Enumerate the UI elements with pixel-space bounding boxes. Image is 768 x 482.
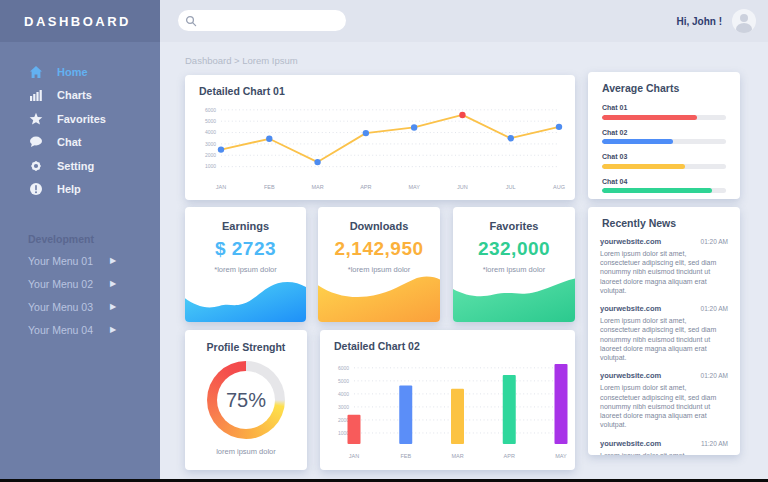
progress-row: Chat 03 — [602, 153, 726, 169]
card-title: Profile Strenght — [185, 341, 307, 353]
recently-news-card: Recently News yourwebsite.com01:20 AMLor… — [588, 207, 740, 455]
progress-track — [602, 139, 726, 144]
sidebar-item-your-menu-01[interactable]: Your Menu 01 ▶ — [0, 249, 160, 272]
news-item[interactable]: yourwebsite.com11:20 AMLorem ipsum dolor… — [600, 439, 728, 455]
profile-note: lorem ipsum dolor — [185, 447, 307, 456]
svg-text:MAY: MAY — [408, 184, 420, 190]
svg-text:5000: 5000 — [205, 118, 216, 124]
search-icon — [185, 15, 197, 27]
stat-value: 2,142,950 — [318, 238, 440, 260]
progress-row: Chat 02 — [602, 129, 726, 145]
svg-text:MAR: MAR — [451, 453, 463, 459]
progress-bar-list: Chat 01Chat 02Chat 03Chat 04 — [588, 94, 740, 193]
chevron-right-icon: ▶ — [110, 279, 116, 288]
home-icon — [28, 64, 44, 80]
news-item[interactable]: yourwebsite.com01:20 AMLorem ipsum dolor… — [600, 237, 728, 295]
dashboard-app: DASHBOARD Home Charts Favorites — [0, 0, 768, 482]
sidebar: DASHBOARD Home Charts Favorites — [0, 0, 160, 479]
svg-text:AUG: AUG — [553, 184, 565, 190]
card-title: Recently News — [588, 207, 740, 229]
sidebar-header: DASHBOARD — [0, 0, 160, 42]
news-source: yourwebsite.com — [600, 371, 661, 380]
downloads-card: Downloads 2,142,950 *lorem ipsum dolor — [318, 207, 440, 322]
progress-fill — [602, 115, 697, 120]
line-chart: 100020003000400050006000JANFEBMARAPRMAYJ… — [185, 97, 575, 194]
svg-text:JUL: JUL — [506, 184, 516, 190]
progress-track — [602, 188, 726, 193]
news-source: yourwebsite.com — [600, 237, 661, 246]
progress-row: Chat 01 — [602, 104, 726, 120]
svg-text:FEB: FEB — [264, 184, 275, 190]
card-title: Detailed Chart 01 — [185, 75, 575, 97]
percent-value: 75% — [226, 389, 266, 412]
gear-icon — [28, 158, 44, 174]
sidebar-item-your-menu-04[interactable]: Your Menu 04 ▶ — [0, 318, 160, 341]
star-icon — [28, 111, 44, 127]
average-charts-card: Average Charts Chat 01Chat 02Chat 03Chat… — [588, 72, 740, 199]
sidebar-item-help[interactable]: Help — [0, 178, 160, 202]
menu-label: Your Menu 04 — [28, 324, 110, 336]
search-bar[interactable] — [178, 10, 346, 31]
sidebar-item-favorites[interactable]: Favorites — [0, 107, 160, 131]
svg-text:APR: APR — [504, 453, 515, 459]
svg-text:APR: APR — [360, 184, 371, 190]
favorites-card: Favorites 232,000 *lorem ipsum dolor — [453, 207, 575, 322]
topbar: Hi, John ! — [160, 0, 768, 42]
detailed-chart-02-card: Detailed Chart 02 1000200030004000500060… — [320, 330, 575, 470]
sidebar-item-your-menu-03[interactable]: Your Menu 03 ▶ — [0, 295, 160, 318]
progress-label: Chat 02 — [602, 129, 726, 136]
breadcrumb: Dashboard > Lorem Ipsum — [185, 55, 298, 66]
news-body: Lorem ipsum dolor sit amet, consectetuer… — [600, 249, 728, 295]
donut-chart: 75% — [207, 361, 285, 439]
stat-title: Earnings — [185, 220, 306, 232]
chat-icon — [28, 134, 44, 150]
progress-track — [602, 115, 726, 120]
sidebar-item-label: Setting — [57, 160, 94, 172]
progress-fill — [602, 164, 685, 169]
sidebar-item-charts[interactable]: Charts — [0, 84, 160, 108]
news-item[interactable]: yourwebsite.com01:20 AMLorem ipsum dolor… — [600, 371, 728, 429]
main-content: Dashboard > Lorem Ipsum Detailed Chart 0… — [160, 42, 768, 479]
sidebar-item-setting[interactable]: Setting — [0, 154, 160, 178]
profile-strength-card: Profile Strenght 75% lorem ipsum dolor — [185, 330, 307, 470]
progress-fill — [602, 188, 712, 193]
news-time: 11:20 AM — [701, 440, 728, 447]
svg-text:4000: 4000 — [205, 129, 216, 135]
user-area[interactable]: Hi, John ! — [676, 0, 756, 42]
sidebar-section-development: Development — [28, 233, 160, 245]
help-icon — [28, 181, 44, 197]
news-body: Lorem ipsum dolor sit amet, consectetuer… — [600, 316, 728, 362]
news-time: 01:20 AM — [701, 372, 728, 379]
area-sparkline — [318, 270, 440, 322]
news-body: Lorem ipsum dolor sit amet, consectetuer… — [600, 383, 728, 429]
progress-row: Chat 04 — [602, 178, 726, 194]
svg-text:6000: 6000 — [338, 365, 349, 371]
sidebar-item-label: Help — [57, 183, 81, 195]
news-source: yourwebsite.com — [600, 439, 661, 448]
svg-text:4000: 4000 — [338, 391, 349, 397]
stat-value: $ 2723 — [185, 238, 306, 260]
chevron-right-icon: ▶ — [110, 256, 116, 265]
svg-text:MAY: MAY — [555, 453, 567, 459]
sidebar-item-label: Charts — [57, 89, 92, 101]
detailed-chart-01-card: Detailed Chart 01 1000200030004000500060… — [185, 75, 575, 200]
stat-title: Downloads — [318, 220, 440, 232]
svg-text:1000: 1000 — [205, 163, 216, 169]
svg-text:JAN: JAN — [349, 453, 359, 459]
sidebar-item-chat[interactable]: Chat — [0, 131, 160, 155]
news-item[interactable]: yourwebsite.com01:20 AMLorem ipsum dolor… — [600, 304, 728, 362]
sidebar-item-your-menu-02[interactable]: Your Menu 02 ▶ — [0, 272, 160, 295]
progress-label: Chat 04 — [602, 178, 726, 185]
card-title: Average Charts — [588, 72, 740, 94]
menu-label: Your Menu 02 — [28, 278, 110, 290]
sidebar-nav: Home Charts Favorites Chat — [0, 42, 160, 201]
sidebar-item-home[interactable]: Home — [0, 60, 160, 84]
sidebar-item-label: Favorites — [57, 113, 106, 125]
search-input[interactable] — [201, 16, 331, 26]
menu-label: Your Menu 03 — [28, 301, 110, 313]
news-time: 01:20 AM — [701, 238, 728, 245]
avatar[interactable] — [732, 9, 756, 33]
stat-value: 232,000 — [453, 238, 575, 260]
chevron-right-icon: ▶ — [110, 302, 116, 311]
news-source: yourwebsite.com — [600, 304, 661, 313]
